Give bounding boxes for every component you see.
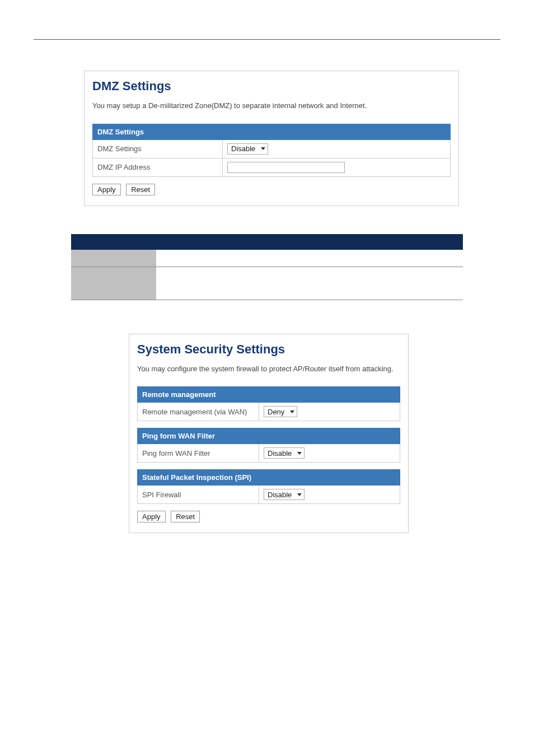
info-row-1-value bbox=[156, 250, 463, 267]
apply-button[interactable]: Apply bbox=[92, 184, 121, 195]
remote-value-cell: Deny bbox=[259, 403, 400, 421]
ping-select-text: Disable bbox=[268, 449, 292, 458]
dmz-ip-label: DMZ IP Address bbox=[93, 158, 223, 176]
security-settings-panel: System Security Settings You may configu… bbox=[129, 334, 409, 534]
info-row-1 bbox=[71, 250, 463, 267]
ping-row: Ping form WAN Filter Disable bbox=[138, 444, 400, 463]
doc-info-table bbox=[71, 234, 463, 300]
spi-row: SPI Firewall Disable bbox=[138, 486, 400, 504]
spi-label: SPI Firewall bbox=[138, 486, 259, 504]
remote-management-table: Remote management Remote management (via… bbox=[137, 386, 400, 421]
security-button-row: Apply Reset bbox=[137, 511, 400, 522]
dmz-form-table: DMZ Settings DMZ Settings Disable DMZ IP… bbox=[92, 124, 451, 177]
apply-button[interactable]: Apply bbox=[137, 511, 166, 522]
spi-select[interactable]: Disable bbox=[264, 489, 305, 500]
dmz-ip-value-cell bbox=[223, 158, 451, 176]
remote-row: Remote management (via WAN) Deny bbox=[138, 403, 400, 421]
dmz-button-row: Apply Reset bbox=[92, 184, 451, 195]
spi-select-text: Disable bbox=[268, 491, 292, 499]
spi-section-header: Stateful Packet Inspection (SPI) bbox=[138, 470, 400, 486]
dmz-settings-value-cell: Disable bbox=[223, 139, 451, 158]
ping-section-header: Ping form WAN Filter bbox=[138, 428, 400, 444]
dmz-ip-input[interactable] bbox=[227, 162, 345, 173]
dmz-settings-select[interactable]: Disable bbox=[227, 143, 268, 155]
dmz-settings-panel: DMZ Settings You may setup a De-militari… bbox=[84, 71, 459, 206]
info-row-2 bbox=[71, 267, 463, 300]
chevron-down-icon bbox=[290, 410, 294, 413]
ping-filter-table: Ping form WAN Filter Ping form WAN Filte… bbox=[137, 428, 400, 463]
ping-value-cell: Disable bbox=[259, 444, 400, 463]
info-row-2-label bbox=[71, 267, 156, 300]
ping-select[interactable]: Disable bbox=[264, 447, 305, 459]
remote-select[interactable]: Deny bbox=[264, 406, 297, 417]
chevron-down-icon bbox=[297, 452, 302, 455]
info-header-right bbox=[156, 234, 463, 250]
dmz-section-header: DMZ Settings bbox=[93, 124, 451, 139]
dmz-panel-title: DMZ Settings bbox=[92, 79, 451, 94]
chevron-down-icon bbox=[261, 147, 265, 150]
top-divider bbox=[34, 39, 500, 40]
dmz-settings-select-text: Disable bbox=[231, 144, 255, 153]
info-row-2-value bbox=[156, 267, 463, 300]
remote-label: Remote management (via WAN) bbox=[138, 403, 259, 421]
reset-button[interactable]: Reset bbox=[126, 184, 155, 195]
chevron-down-icon bbox=[297, 493, 302, 496]
info-header-left bbox=[71, 234, 156, 250]
ping-label: Ping form WAN Filter bbox=[138, 444, 259, 463]
dmz-panel-description: You may setup a De-militarized Zone(DMZ)… bbox=[92, 100, 451, 111]
dmz-settings-label: DMZ Settings bbox=[93, 139, 223, 158]
reset-button[interactable]: Reset bbox=[171, 511, 200, 522]
remote-section-header: Remote management bbox=[138, 387, 400, 403]
info-row-1-label bbox=[71, 250, 156, 267]
spi-value-cell: Disable bbox=[259, 486, 400, 504]
remote-select-text: Deny bbox=[268, 408, 284, 416]
spi-table: Stateful Packet Inspection (SPI) SPI Fir… bbox=[137, 469, 400, 504]
dmz-ip-row: DMZ IP Address bbox=[93, 158, 451, 176]
security-panel-description: You may configure the system firewall to… bbox=[137, 363, 400, 375]
security-panel-title: System Security Settings bbox=[137, 342, 400, 357]
dmz-settings-row: DMZ Settings Disable bbox=[93, 139, 451, 158]
